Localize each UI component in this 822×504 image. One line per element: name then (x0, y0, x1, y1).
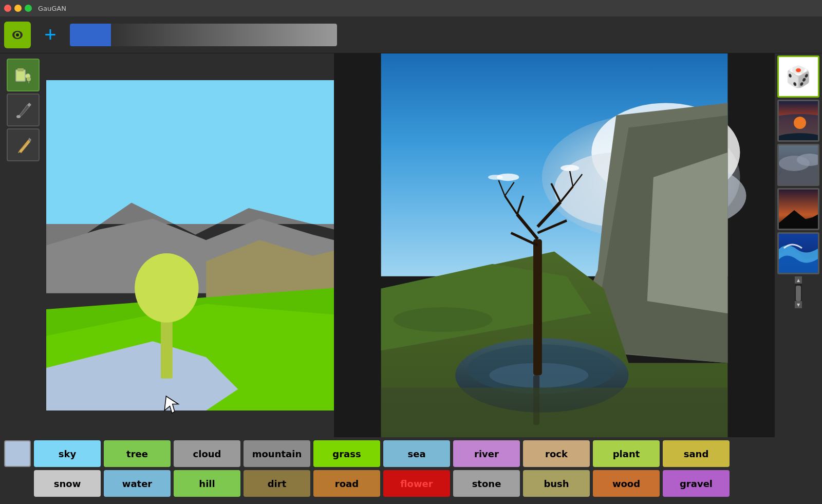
close-button[interactable] (4, 5, 11, 12)
dice-icon: 🎲 (779, 57, 818, 96)
thumbnail-3[interactable] (777, 188, 819, 230)
color-bar[interactable] (70, 24, 337, 46)
thumbnail-2[interactable] (777, 144, 819, 186)
svg-point-54 (779, 133, 819, 142)
label-sea[interactable]: sea (383, 440, 450, 467)
svg-rect-17 (161, 314, 173, 378)
label-mountain[interactable]: mountain (244, 440, 310, 467)
thumbnail-1[interactable] (777, 100, 819, 142)
svg-rect-10 (46, 80, 334, 224)
palette-area: sky tree cloud mountain grass sea river … (0, 437, 822, 504)
thumbnail-4[interactable] (777, 232, 819, 274)
svg-point-3 (16, 33, 19, 36)
drawing-canvas-area[interactable] (46, 53, 334, 437)
thumb-dusk-icon (779, 190, 819, 230)
minimize-button[interactable] (14, 5, 22, 12)
palette-row-2: snow water hill dirt road flower stone b… (4, 470, 818, 497)
label-flower[interactable]: flower (383, 470, 450, 497)
toolbar: + (0, 16, 822, 53)
label-cloud[interactable]: cloud (174, 440, 240, 467)
svg-point-6 (27, 77, 31, 81)
color-slider[interactable] (111, 24, 337, 46)
random-thumb[interactable]: 🎲 (777, 55, 819, 98)
svg-point-55 (794, 117, 806, 129)
label-bush[interactable]: bush (523, 470, 590, 497)
label-gravel[interactable]: gravel (663, 470, 730, 497)
brush-icon (14, 101, 32, 119)
brush-tool-button[interactable] (7, 94, 40, 126)
label-road[interactable]: road (313, 470, 380, 497)
label-stone[interactable]: stone (453, 470, 520, 497)
color-swatch[interactable] (70, 24, 111, 46)
label-sand[interactable]: sand (663, 440, 730, 467)
palette-row-1: sky tree cloud mountain grass sea river … (4, 440, 818, 467)
generated-canvas (334, 53, 775, 437)
scroll-bar[interactable]: ▲ ▼ (795, 276, 802, 308)
generated-image-area (334, 53, 775, 437)
svg-point-48 (561, 165, 579, 171)
main-content: 🎲 (0, 53, 822, 437)
pencil-icon (14, 136, 32, 154)
label-snow[interactable]: snow (34, 470, 101, 497)
scroll-up-button[interactable]: ▲ (795, 276, 802, 284)
label-grass[interactable]: grass (313, 440, 380, 467)
label-water[interactable]: water (104, 470, 171, 497)
thumb-sunset-icon (779, 101, 819, 142)
nvidia-icon (7, 27, 28, 43)
label-hill[interactable]: hill (174, 470, 240, 497)
svg-marker-27 (647, 153, 728, 313)
drawing-canvas[interactable] (46, 53, 334, 437)
nvidia-logo (4, 22, 31, 48)
label-sky[interactable]: sky (34, 440, 101, 467)
svg-rect-4 (16, 70, 25, 81)
scroll-thumb[interactable] (796, 286, 801, 301)
thumbnails-panel: 🎲 (775, 53, 822, 437)
pencil-tool-button[interactable] (7, 128, 40, 161)
maximize-button[interactable] (25, 5, 32, 12)
svg-point-8 (16, 115, 21, 118)
svg-rect-51 (381, 388, 728, 437)
titlebar: GauGAN (0, 0, 822, 16)
svg-point-18 (135, 253, 198, 323)
svg-rect-5 (17, 68, 24, 71)
label-tree[interactable]: tree (104, 440, 171, 467)
svg-point-49 (488, 175, 503, 180)
label-dirt[interactable]: dirt (244, 470, 310, 497)
current-color-swatch (4, 440, 31, 467)
fill-tool-button[interactable] (7, 59, 40, 91)
label-plant[interactable]: plant (593, 440, 660, 467)
scroll-down-button[interactable]: ▼ (795, 301, 802, 308)
fill-icon (14, 66, 32, 84)
thumb-cloudy-icon (779, 145, 819, 186)
label-wood[interactable]: wood (593, 470, 660, 497)
app-title: GauGAN (38, 5, 66, 12)
add-button[interactable]: + (37, 22, 64, 48)
label-rock[interactable]: rock (523, 440, 590, 467)
svg-rect-34 (533, 239, 542, 375)
label-river[interactable]: river (453, 440, 520, 467)
thumb-wave-icon (779, 234, 819, 274)
svg-point-30 (394, 307, 493, 332)
tools-panel (0, 53, 46, 437)
